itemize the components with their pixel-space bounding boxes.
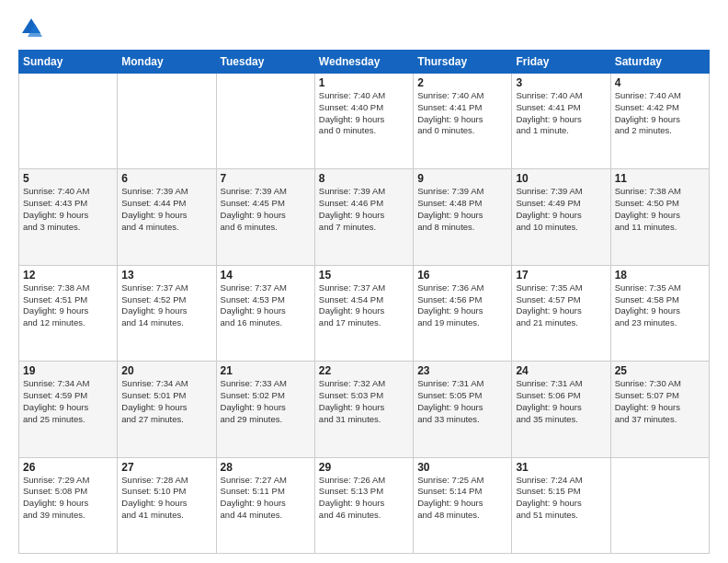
calendar-day-cell: 22Sunrise: 7:32 AM Sunset: 5:03 PM Dayli… <box>314 362 413 457</box>
calendar-day-cell: 9Sunrise: 7:39 AM Sunset: 4:48 PM Daylig… <box>414 169 512 265</box>
day-info: Sunrise: 7:31 AM Sunset: 5:06 PM Dayligh… <box>516 378 606 425</box>
day-info: Sunrise: 7:34 AM Sunset: 5:01 PM Dayligh… <box>121 378 211 425</box>
day-number: 21 <box>221 364 311 377</box>
day-number: 13 <box>121 269 211 282</box>
calendar-day-cell: 6Sunrise: 7:39 AM Sunset: 4:44 PM Daylig… <box>118 169 216 265</box>
calendar-day-cell <box>610 457 709 553</box>
day-number: 19 <box>23 364 113 377</box>
calendar-day-cell <box>118 74 216 169</box>
calendar-day-cell: 5Sunrise: 7:40 AM Sunset: 4:43 PM Daylig… <box>19 169 118 265</box>
day-info: Sunrise: 7:37 AM Sunset: 4:54 PM Dayligh… <box>319 282 409 329</box>
page: SundayMondayTuesdayWednesdayThursdayFrid… <box>0 0 728 563</box>
header <box>18 15 710 40</box>
calendar-day-cell: 10Sunrise: 7:39 AM Sunset: 4:49 PM Dayli… <box>512 169 610 265</box>
logo <box>18 15 48 40</box>
day-info: Sunrise: 7:33 AM Sunset: 5:02 PM Dayligh… <box>221 378 311 425</box>
calendar-week-row: 12Sunrise: 7:38 AM Sunset: 4:51 PM Dayli… <box>19 265 710 361</box>
day-info: Sunrise: 7:27 AM Sunset: 5:11 PM Dayligh… <box>221 475 311 522</box>
calendar-day-cell: 29Sunrise: 7:26 AM Sunset: 5:13 PM Dayli… <box>314 457 413 553</box>
calendar-day-cell: 18Sunrise: 7:35 AM Sunset: 4:58 PM Dayli… <box>610 265 709 361</box>
day-info: Sunrise: 7:32 AM Sunset: 5:03 PM Dayligh… <box>319 378 409 425</box>
calendar-day-cell: 21Sunrise: 7:33 AM Sunset: 5:02 PM Dayli… <box>216 362 314 457</box>
calendar-day-cell: 20Sunrise: 7:34 AM Sunset: 5:01 PM Dayli… <box>118 362 216 457</box>
day-number: 4 <box>615 76 705 89</box>
day-number: 1 <box>319 76 409 89</box>
weekday-header: Thursday <box>414 51 512 74</box>
weekday-header: Monday <box>118 51 216 74</box>
day-number: 15 <box>319 269 409 282</box>
day-number: 22 <box>319 364 409 377</box>
calendar-day-cell: 19Sunrise: 7:34 AM Sunset: 4:59 PM Dayli… <box>19 362 118 457</box>
day-number: 24 <box>516 364 606 377</box>
day-info: Sunrise: 7:26 AM Sunset: 5:13 PM Dayligh… <box>319 475 409 522</box>
weekday-header: Friday <box>512 51 610 74</box>
day-number: 30 <box>417 461 507 474</box>
day-info: Sunrise: 7:34 AM Sunset: 4:59 PM Dayligh… <box>23 378 113 425</box>
day-info: Sunrise: 7:39 AM Sunset: 4:49 PM Dayligh… <box>516 186 606 233</box>
day-number: 11 <box>615 172 705 185</box>
day-info: Sunrise: 7:39 AM Sunset: 4:48 PM Dayligh… <box>417 186 507 233</box>
calendar-day-cell: 28Sunrise: 7:27 AM Sunset: 5:11 PM Dayli… <box>216 457 314 553</box>
day-info: Sunrise: 7:40 AM Sunset: 4:41 PM Dayligh… <box>516 90 606 137</box>
day-info: Sunrise: 7:40 AM Sunset: 4:43 PM Dayligh… <box>23 186 113 233</box>
day-number: 7 <box>221 172 311 185</box>
calendar-day-cell: 2Sunrise: 7:40 AM Sunset: 4:41 PM Daylig… <box>414 74 512 169</box>
calendar-day-cell: 4Sunrise: 7:40 AM Sunset: 4:42 PM Daylig… <box>610 74 709 169</box>
calendar-day-cell: 30Sunrise: 7:25 AM Sunset: 5:14 PM Dayli… <box>414 457 512 553</box>
calendar-day-cell: 25Sunrise: 7:30 AM Sunset: 5:07 PM Dayli… <box>610 362 709 457</box>
calendar-day-cell: 8Sunrise: 7:39 AM Sunset: 4:46 PM Daylig… <box>314 169 413 265</box>
day-number: 10 <box>516 172 606 185</box>
weekday-header: Wednesday <box>314 51 413 74</box>
calendar-day-cell: 14Sunrise: 7:37 AM Sunset: 4:53 PM Dayli… <box>216 265 314 361</box>
day-info: Sunrise: 7:35 AM Sunset: 4:58 PM Dayligh… <box>615 282 705 329</box>
calendar-day-cell: 15Sunrise: 7:37 AM Sunset: 4:54 PM Dayli… <box>314 265 413 361</box>
day-info: Sunrise: 7:30 AM Sunset: 5:07 PM Dayligh… <box>615 378 705 425</box>
calendar-week-row: 26Sunrise: 7:29 AM Sunset: 5:08 PM Dayli… <box>19 457 710 553</box>
calendar-day-cell: 26Sunrise: 7:29 AM Sunset: 5:08 PM Dayli… <box>19 457 118 553</box>
day-info: Sunrise: 7:24 AM Sunset: 5:15 PM Dayligh… <box>516 475 606 522</box>
calendar-day-cell <box>19 74 118 169</box>
day-info: Sunrise: 7:39 AM Sunset: 4:45 PM Dayligh… <box>221 186 311 233</box>
day-info: Sunrise: 7:37 AM Sunset: 4:53 PM Dayligh… <box>221 282 311 329</box>
day-info: Sunrise: 7:25 AM Sunset: 5:14 PM Dayligh… <box>417 475 507 522</box>
day-info: Sunrise: 7:35 AM Sunset: 4:57 PM Dayligh… <box>516 282 606 329</box>
weekday-header: Saturday <box>610 51 709 74</box>
day-number: 26 <box>23 461 113 474</box>
day-number: 28 <box>221 461 311 474</box>
day-number: 9 <box>417 172 507 185</box>
day-number: 27 <box>121 461 211 474</box>
day-info: Sunrise: 7:39 AM Sunset: 4:46 PM Dayligh… <box>319 186 409 233</box>
day-number: 3 <box>516 76 606 89</box>
weekday-header: Tuesday <box>216 51 314 74</box>
calendar-body: 1Sunrise: 7:40 AM Sunset: 4:40 PM Daylig… <box>19 74 710 554</box>
day-number: 5 <box>23 172 113 185</box>
calendar-day-cell: 24Sunrise: 7:31 AM Sunset: 5:06 PM Dayli… <box>512 362 610 457</box>
calendar-day-cell: 11Sunrise: 7:38 AM Sunset: 4:50 PM Dayli… <box>610 169 709 265</box>
calendar-day-cell: 3Sunrise: 7:40 AM Sunset: 4:41 PM Daylig… <box>512 74 610 169</box>
day-number: 25 <box>615 364 705 377</box>
calendar-day-cell: 1Sunrise: 7:40 AM Sunset: 4:40 PM Daylig… <box>314 74 413 169</box>
day-number: 17 <box>516 269 606 282</box>
day-number: 6 <box>121 172 211 185</box>
day-number: 16 <box>417 269 507 282</box>
calendar-day-cell <box>216 74 314 169</box>
day-number: 31 <box>516 461 606 474</box>
day-info: Sunrise: 7:38 AM Sunset: 4:50 PM Dayligh… <box>615 186 705 233</box>
calendar-day-cell: 7Sunrise: 7:39 AM Sunset: 4:45 PM Daylig… <box>216 169 314 265</box>
weekday-header: Sunday <box>19 51 118 74</box>
calendar-day-cell: 12Sunrise: 7:38 AM Sunset: 4:51 PM Dayli… <box>19 265 118 361</box>
day-number: 14 <box>221 269 311 282</box>
day-info: Sunrise: 7:36 AM Sunset: 4:56 PM Dayligh… <box>417 282 507 329</box>
day-number: 18 <box>615 269 705 282</box>
day-info: Sunrise: 7:37 AM Sunset: 4:52 PM Dayligh… <box>121 282 211 329</box>
day-info: Sunrise: 7:40 AM Sunset: 4:40 PM Dayligh… <box>319 90 409 137</box>
calendar-day-cell: 23Sunrise: 7:31 AM Sunset: 5:05 PM Dayli… <box>414 362 512 457</box>
day-info: Sunrise: 7:40 AM Sunset: 4:41 PM Dayligh… <box>417 90 507 137</box>
calendar-week-row: 1Sunrise: 7:40 AM Sunset: 4:40 PM Daylig… <box>19 74 710 169</box>
day-number: 23 <box>417 364 507 377</box>
calendar-week-row: 5Sunrise: 7:40 AM Sunset: 4:43 PM Daylig… <box>19 169 710 265</box>
day-number: 2 <box>417 76 507 89</box>
day-number: 20 <box>121 364 211 377</box>
day-number: 29 <box>319 461 409 474</box>
calendar-day-cell: 31Sunrise: 7:24 AM Sunset: 5:15 PM Dayli… <box>512 457 610 553</box>
